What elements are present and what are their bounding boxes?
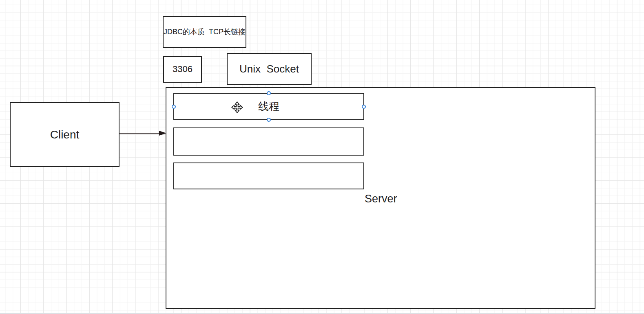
unix-socket-label: Unix Socket xyxy=(239,63,299,75)
thread-shape[interactable]: 线程 xyxy=(173,93,364,120)
server-inner-box-2[interactable] xyxy=(173,127,364,156)
port-3306-shape[interactable]: 3306 xyxy=(163,56,202,83)
resize-handle-bottom[interactable] xyxy=(267,118,271,122)
server-shape[interactable]: 线程 Server xyxy=(166,87,595,309)
client-label: Client xyxy=(50,128,80,142)
thread-label: 线程 xyxy=(258,100,279,113)
client-server-connector-arrow[interactable] xyxy=(119,130,167,136)
port-3306-label: 3306 xyxy=(173,64,193,75)
server-label: Server xyxy=(365,193,397,205)
jdbc-note-label: JDBC的本质 TCP长链接 xyxy=(164,28,246,37)
move-cursor-icon xyxy=(231,101,243,113)
resize-handle-left[interactable] xyxy=(172,105,176,109)
diagram-canvas[interactable]: JDBC的本质 TCP长链接 3306 Unix Socket Client 线… xyxy=(0,0,644,314)
resize-handle-right[interactable] xyxy=(362,105,366,109)
client-shape[interactable]: Client xyxy=(10,102,120,167)
unix-socket-shape[interactable]: Unix Socket xyxy=(227,53,312,85)
resize-handle-top[interactable] xyxy=(267,91,271,95)
jdbc-note-shape[interactable]: JDBC的本质 TCP长链接 xyxy=(163,16,246,48)
server-inner-box-3[interactable] xyxy=(173,162,364,189)
